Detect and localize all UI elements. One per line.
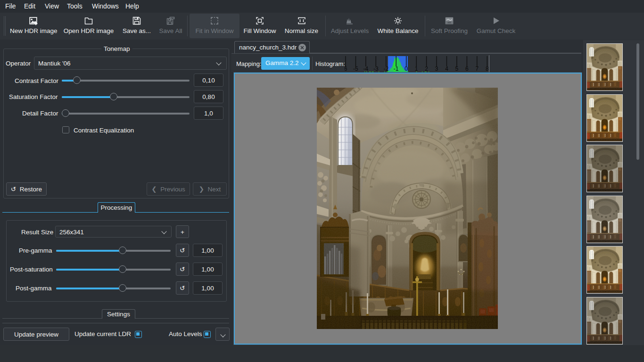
svg-text:2: 2 [425, 66, 428, 72]
svg-text:4: 4 [445, 66, 448, 72]
svg-text:-5: -5 [353, 66, 358, 72]
svg-text:6: 6 [465, 66, 469, 72]
svg-text:8: 8 [486, 66, 489, 72]
svg-text:0: 0 [405, 66, 408, 72]
svg-text:-3: -3 [373, 66, 379, 72]
svg-text:1: 1 [415, 66, 418, 72]
svg-text:7: 7 [475, 66, 479, 72]
svg-text:-1: -1 [394, 66, 399, 72]
svg-text:-2: -2 [383, 66, 388, 72]
svg-text:5: 5 [455, 66, 459, 72]
svg-text:-4: -4 [363, 66, 369, 72]
svg-text:6: 6 [345, 66, 347, 72]
svg-text:3: 3 [435, 66, 438, 72]
